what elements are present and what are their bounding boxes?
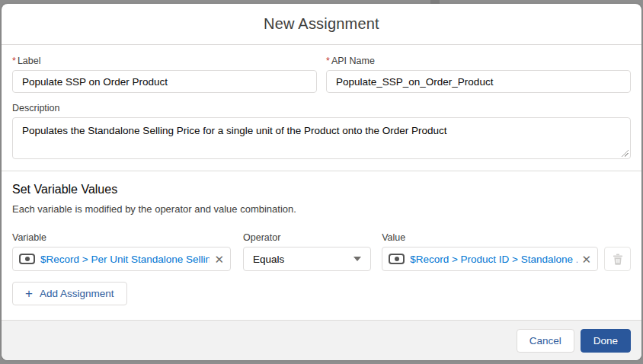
add-assignment-button[interactable]: + Add Assignment: [12, 282, 127, 305]
new-assignment-dialog: New Assignment *Label *API Name Descript…: [2, 4, 641, 360]
page-title: New Assignment: [264, 15, 379, 33]
api-name-field-label: *API Name: [326, 56, 631, 66]
description-field-label: Description: [12, 103, 631, 113]
value-field-group: Value $Record > Product ID > Standalone …: [382, 232, 598, 271]
description-textarea[interactable]: Populates the Standalone Selling Price f…: [12, 117, 631, 159]
required-asterisk: *: [326, 56, 330, 66]
variable-combobox[interactable]: $Record > Per Unit Standalone Sellin... …: [12, 247, 231, 271]
section-heading: Set Variable Values: [12, 183, 631, 196]
trash-icon: [613, 254, 623, 265]
done-button[interactable]: Done: [581, 329, 631, 353]
label-field-label: *Label: [12, 56, 317, 66]
api-name-field-group: *API Name: [326, 56, 631, 93]
operator-field-label: Operator: [243, 232, 371, 243]
variable-field-group: Variable $Record > Per Unit Standalone S…: [12, 232, 231, 271]
assignment-row: Variable $Record > Per Unit Standalone S…: [12, 232, 631, 271]
value-pill-text: $Record > Product ID > Standalone ...: [410, 254, 577, 265]
description-field-group: Description Populates the Standalone Sel…: [12, 103, 631, 159]
variable-pill-text: $Record > Per Unit Standalone Sellin...: [40, 254, 210, 265]
api-name-input[interactable]: [326, 70, 631, 93]
section-divider: [2, 171, 641, 171]
dialog-footer: Cancel Done: [2, 320, 641, 360]
modal-backdrop: New Assignment *Label *API Name Descript…: [0, 0, 643, 364]
clear-value-icon[interactable]: ✕: [582, 254, 592, 265]
delete-assignment-button[interactable]: [604, 247, 631, 271]
dialog-header: New Assignment: [2, 4, 641, 45]
label-api-row: *Label *API Name: [12, 56, 631, 93]
variable-field-label: Variable: [12, 232, 231, 243]
dialog-body: *Label *API Name Description Populates t…: [2, 45, 641, 320]
clear-variable-icon[interactable]: ✕: [214, 254, 224, 265]
operator-field-group: Operator Equals: [243, 232, 371, 271]
value-field-label: Value: [382, 232, 598, 243]
operator-selected-value: Equals: [253, 254, 284, 265]
value-combobox[interactable]: $Record > Product ID > Standalone ... ✕: [382, 247, 598, 271]
operator-select[interactable]: Equals: [243, 247, 371, 271]
chevron-down-icon: [353, 257, 361, 261]
section-help-text: Each variable is modified by the operato…: [12, 203, 631, 215]
cancel-button[interactable]: Cancel: [517, 329, 574, 353]
required-asterisk: *: [12, 56, 16, 66]
variable-icon: [389, 254, 405, 264]
add-assignment-label: Add Assignment: [40, 288, 114, 299]
label-input[interactable]: [12, 70, 317, 93]
variable-icon: [19, 254, 35, 264]
label-field-group: *Label: [12, 56, 317, 93]
plus-icon: +: [25, 287, 33, 300]
resize-handle-icon[interactable]: [622, 150, 629, 157]
